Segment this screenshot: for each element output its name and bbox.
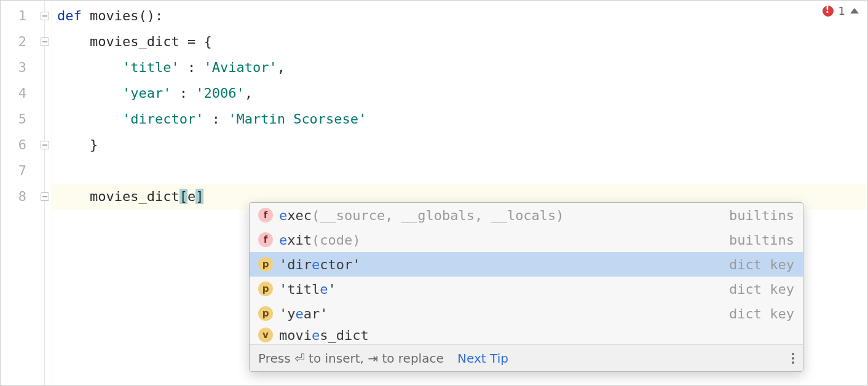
line-number: 4 [1,81,37,106]
inspections-widget[interactable]: 1 [823,4,859,17]
completion-label: 'director' [279,257,723,272]
completion-tail: builtins [729,232,794,248]
completion-label: exit(code) [279,232,723,248]
typed-char: e [187,189,195,204]
line-number: 2 [1,29,37,55]
fold-handle-icon[interactable] [41,12,49,20]
code-line[interactable]: 'year' : '2006', [52,81,867,106]
completion-item[interactable]: p'year'dict key [250,301,803,326]
line-number: 6 [1,132,37,158]
fold-handle-icon[interactable] [41,141,49,149]
code-line[interactable] [52,158,867,184]
dict-value: 'Martin Scorsese' [228,111,366,127]
fold-handle-icon[interactable] [41,192,49,201]
dict-key: 'title' [122,60,180,75]
completion-item[interactable]: vmovies_dict [250,326,803,344]
completion-item[interactable]: p'title'dict key [250,277,803,301]
completion-tail: builtins [729,208,794,223]
line-number: 8 [1,184,37,210]
code-editor[interactable]: 1 2 3 4 5 6 7 8 def movies(): movies_dic… [1,1,867,385]
code-area[interactable]: def movies(): movies_dict = { 'title' : … [52,1,867,385]
completion-item[interactable]: fexec(__source, __globals, __locals)buil… [250,203,803,227]
next-tip-link[interactable]: Next Tip [457,351,508,366]
completion-tail: dict key [729,306,794,321]
code-line[interactable]: def movies(): [52,3,867,29]
code-line[interactable]: movies_dict = { [52,29,867,55]
code-line[interactable]: 'director' : 'Martin Scorsese' [52,106,867,132]
completion-type-badge-icon: v [258,328,273,342]
code-line[interactable]: } [52,132,867,158]
error-count: 1 [838,4,845,17]
error-icon[interactable] [823,6,834,17]
completion-hint: Press ⏎ to insert, ⇥ to replace [258,351,444,366]
function-name: movies [90,8,138,23]
fold-handle-icon[interactable] [41,37,49,46]
fold-gutter [37,1,52,385]
line-number: 7 [1,158,37,184]
completion-type-badge-icon: p [258,306,273,321]
identifier: movies_dict [90,34,180,49]
completion-tail: dict key [729,282,794,297]
completion-type-badge-icon: p [258,282,273,296]
completion-popup[interactable]: fexec(__source, __globals, __locals)buil… [249,202,803,372]
completion-tail: dict key [729,257,794,272]
completion-footer: Press ⏎ to insert, ⇥ to replace Next Tip [250,344,803,371]
close-bracket: ] [195,189,203,204]
identifier: movies_dict [90,189,180,204]
assign-brace: = { [180,34,212,49]
dict-value: '2006' [195,85,244,101]
completion-label: 'title' [279,282,723,297]
dict-value: 'Aviator' [203,60,277,75]
line-number: 5 [1,106,37,132]
kebab-icon[interactable] [792,353,794,364]
completion-label: 'year' [279,306,723,321]
open-bracket: [ [180,189,187,204]
completion-label: exec(__source, __globals, __locals) [279,208,723,223]
completion-label: movies_dict [279,328,788,343]
line-number: 3 [1,55,37,81]
line-number: 1 [1,3,37,29]
completion-type-badge-icon: p [258,257,273,272]
chevron-up-icon[interactable] [850,8,859,14]
paren-colon: (): [138,8,163,23]
close-brace: } [90,137,98,152]
keyword-def: def [57,8,82,23]
line-number-gutter: 1 2 3 4 5 6 7 8 [1,1,37,385]
completion-item[interactable]: fexit(code)builtins [250,227,803,252]
completion-item[interactable]: p'director'dict key [250,252,803,277]
completion-type-badge-icon: f [258,208,273,223]
dict-key: 'director' [122,111,203,127]
completion-type-badge-icon: f [258,232,273,247]
dict-key: 'year' [122,85,171,101]
code-line[interactable]: 'title' : 'Aviator', [52,55,867,81]
